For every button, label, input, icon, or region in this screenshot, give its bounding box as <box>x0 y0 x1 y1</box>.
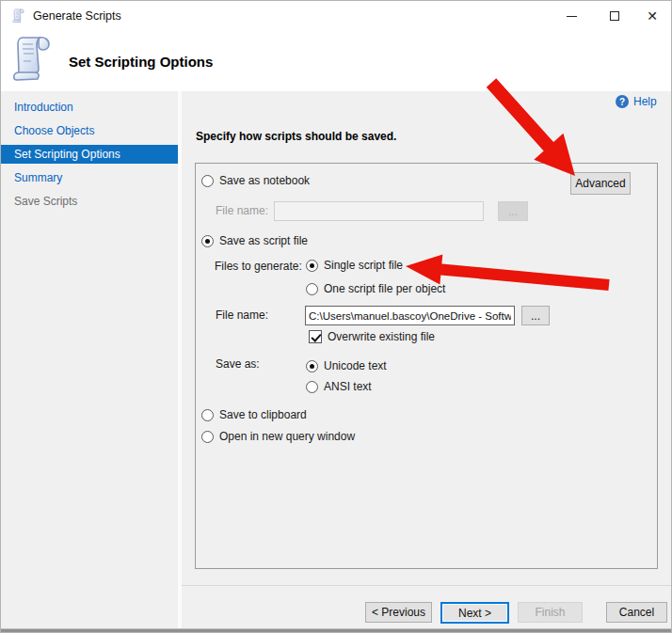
instruction-text: Specify how scripts should be saved. <box>196 130 396 143</box>
maximize-icon <box>610 11 619 21</box>
script-scroll-icon <box>10 34 56 85</box>
notebook-file-name-input <box>274 201 484 221</box>
close-button[interactable]: ✕ <box>633 1 671 31</box>
help-icon: ? <box>616 95 629 108</box>
notebook-browse-button: ... <box>498 201 528 221</box>
save-as-label: Save as: <box>216 355 260 373</box>
help-label: Help <box>633 95 657 108</box>
single-script-file-label[interactable]: Single script file <box>324 259 403 272</box>
unicode-text-label[interactable]: Unicode text <box>324 359 387 372</box>
sidebar-item-set-scripting-options[interactable]: Set Scripting Options <box>1 145 180 164</box>
save-to-clipboard-label[interactable]: Save to clipboard <box>219 408 307 421</box>
sidebar-item-choose-objects[interactable]: Choose Objects <box>1 121 178 140</box>
script-file-name-label: File name: <box>216 306 268 324</box>
open-in-new-query-window-label[interactable]: Open in new query window <box>219 430 355 443</box>
ansi-text-label[interactable]: ANSI text <box>324 380 372 393</box>
sidebar-item-summary[interactable]: Summary <box>1 168 178 187</box>
generate-scripts-window: Generate Scripts ✕ Set Scripting Options… <box>0 0 672 633</box>
one-script-file-per-object-radio[interactable] <box>306 283 318 295</box>
script-file-browse-button[interactable]: ... <box>521 306 550 325</box>
overwrite-existing-file-label[interactable]: Overwrite existing file <box>328 330 435 343</box>
overwrite-existing-file-checkbox[interactable] <box>309 330 322 343</box>
radio-row-single-script-file[interactable]: Single script file <box>306 258 403 273</box>
radio-row-ansi-text[interactable]: ANSI text <box>306 379 372 394</box>
window-bottom-edge <box>1 628 671 632</box>
close-icon: ✕ <box>647 9 658 23</box>
open-in-new-query-window-radio[interactable] <box>201 431 214 443</box>
previous-button[interactable]: < Previous <box>365 602 432 623</box>
one-script-file-per-object-label[interactable]: One script file per object <box>324 282 445 295</box>
footer-divider <box>182 585 672 586</box>
advanced-button[interactable]: Advanced <box>570 172 631 195</box>
radio-row-unicode-text[interactable]: Unicode text <box>306 358 387 373</box>
ansi-text-radio[interactable] <box>306 381 318 393</box>
save-as-script-file-radio[interactable] <box>201 235 214 247</box>
next-button[interactable]: Next > <box>440 602 509 624</box>
radio-row-open-in-new-query-window[interactable]: Open in new query window <box>201 429 355 444</box>
help-link[interactable]: ? Help <box>616 95 657 108</box>
save-as-script-file-label[interactable]: Save as script file <box>219 234 308 247</box>
save-as-notebook-radio[interactable] <box>201 175 214 187</box>
sidebar-item-save-scripts: Save Scripts <box>1 192 178 211</box>
minimize-icon <box>567 16 577 17</box>
unicode-text-radio[interactable] <box>306 360 318 372</box>
radio-row-save-to-clipboard[interactable]: Save to clipboard <box>201 407 307 422</box>
script-file-name-input[interactable] <box>305 306 515 325</box>
cancel-button[interactable]: Cancel <box>606 602 667 623</box>
radio-row-one-script-file-per-object[interactable]: One script file per object <box>306 281 445 296</box>
save-options-groupbox <box>195 163 658 569</box>
wizard-header: Set Scripting Options <box>1 31 671 91</box>
window-title: Generate Scripts <box>33 9 121 23</box>
notebook-file-name-label: File name: <box>216 201 268 220</box>
save-as-notebook-label[interactable]: Save as notebook <box>219 174 310 187</box>
radio-row-save-as-script-file[interactable]: Save as script file <box>201 233 308 248</box>
single-script-file-radio[interactable] <box>306 260 318 272</box>
maximize-button[interactable] <box>596 1 633 31</box>
save-to-clipboard-radio[interactable] <box>201 409 214 421</box>
page-title: Set Scripting Options <box>69 54 213 70</box>
radio-row-save-as-notebook[interactable]: Save as notebook <box>201 173 310 188</box>
script-scroll-icon <box>11 8 26 24</box>
title-bar[interactable]: Generate Scripts ✕ <box>1 1 671 31</box>
sidebar-item-introduction[interactable]: Introduction <box>1 98 178 117</box>
files-to-generate-label: Files to generate: <box>215 257 302 276</box>
minimize-button[interactable] <box>552 1 590 31</box>
checkbox-row-overwrite[interactable]: Overwrite existing file <box>309 329 435 344</box>
wizard-steps-sidebar: Introduction Choose Objects Set Scriptin… <box>1 91 178 633</box>
finish-button: Finish <box>518 602 583 623</box>
